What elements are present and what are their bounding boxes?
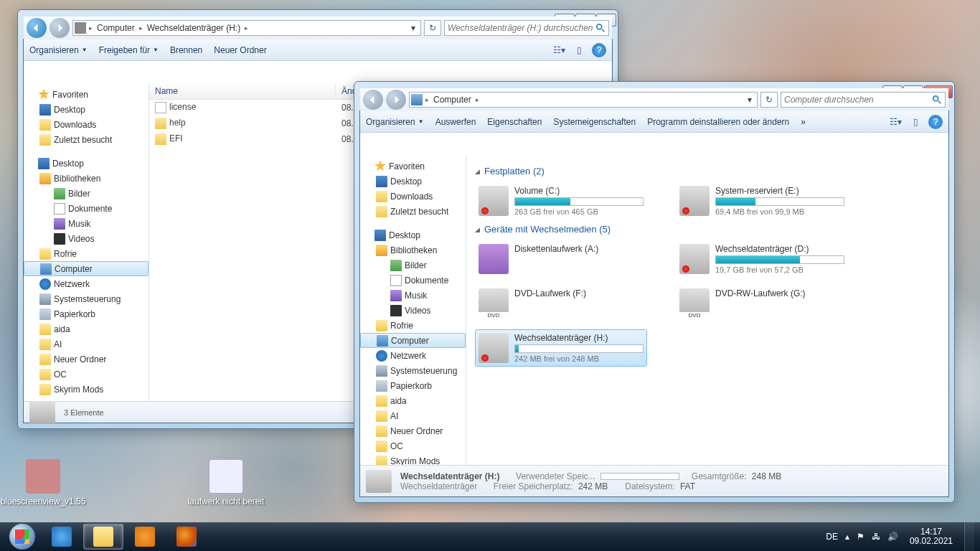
volume-icon[interactable]: 🔊 <box>887 532 898 542</box>
sidebar-item-bilder[interactable]: Bilder <box>360 258 466 273</box>
chevron-right-icon[interactable]: ▸ <box>245 24 248 32</box>
drive-item[interactable]: Volume (C:)263 GB frei von 465 GB <box>475 182 647 220</box>
navigation-pane[interactable]: FavoritenDesktopDownloadsZuletzt besucht… <box>360 156 466 465</box>
share-menu[interactable]: Freigeben für▼ <box>99 45 159 55</box>
sidebar-item-favoriten[interactable]: Favoriten <box>24 87 149 102</box>
drive-list[interactable]: ◢Festplatten (2)Volume (C:)263 GB frei v… <box>466 156 948 465</box>
sidebar-item-bibliotheken[interactable]: Bibliotheken <box>360 242 466 258</box>
eject-button[interactable]: Auswerfen <box>435 117 476 127</box>
sidebar-item-ai[interactable]: AI <box>24 336 149 352</box>
breadcrumb-computer[interactable]: Computer <box>95 23 136 33</box>
nav-back-button[interactable] <box>27 18 47 38</box>
show-desktop-button[interactable] <box>964 522 974 551</box>
sidebar-item-skyrim-mods[interactable]: Skyrim Mods <box>24 382 149 397</box>
preview-pane-button[interactable]: ▯ <box>572 43 586 57</box>
task-mediaplayer[interactable] <box>125 524 165 550</box>
refresh-button[interactable]: ↻ <box>424 20 441 36</box>
chevron-right-icon[interactable]: ▸ <box>476 96 479 103</box>
action-center-icon[interactable]: ⚑ <box>857 532 864 542</box>
sidebar-item-papierkorb[interactable]: Papierkorb <box>360 378 466 393</box>
sidebar-item-desktop[interactable]: Desktop <box>24 156 149 171</box>
start-button[interactable] <box>3 523 42 550</box>
col-name[interactable]: Name <box>149 84 336 99</box>
search-input[interactable] <box>784 95 932 105</box>
language-indicator[interactable]: DE <box>826 532 838 542</box>
address-dropdown[interactable]: ▾ <box>744 95 755 105</box>
drive-item[interactable]: Diskettenlaufwerk (A:) <box>475 240 647 278</box>
task-explorer[interactable] <box>83 524 123 550</box>
properties-button[interactable]: Eigenschaften <box>487 117 542 127</box>
sidebar-item-bibliotheken[interactable]: Bibliotheken <box>24 171 149 186</box>
drive-item[interactable]: DVD-Laufwerk (F:) <box>475 285 647 322</box>
sidebar-item-rofrie[interactable]: Rofrie <box>24 246 149 261</box>
sidebar-item-neuer-ordner[interactable]: Neuer Ordner <box>24 352 149 367</box>
task-firefox[interactable] <box>166 524 207 550</box>
task-ie[interactable] <box>42 524 82 550</box>
help-button[interactable]: ? <box>592 43 606 57</box>
sidebar-item-computer[interactable]: Computer <box>24 261 149 276</box>
refresh-button[interactable]: ↻ <box>760 92 778 108</box>
breadcrumb-h[interactable]: Wechseldatenträger (H:) <box>146 23 242 33</box>
view-menu[interactable]: ☷▾ <box>552 43 566 57</box>
organize-menu[interactable]: Organisieren▼ <box>366 117 424 127</box>
sidebar-item-aida[interactable]: aida <box>24 321 149 336</box>
drive-item[interactable]: DVD-RW-Laufwerk (G:) <box>676 285 848 322</box>
sidebar-item-musik[interactable]: Musik <box>360 288 466 303</box>
network-icon[interactable]: 🖧 <box>872 532 880 542</box>
sidebar-item-netzwerk[interactable]: Netzwerk <box>24 276 149 291</box>
sidebar-item-desktop[interactable]: Desktop <box>360 227 466 242</box>
sidebar-item-rofrie[interactable]: Rofrie <box>360 318 466 333</box>
sidebar-item-musik[interactable]: Musik <box>24 216 149 231</box>
tray-expand-icon[interactable]: ▴ <box>845 532 849 542</box>
sidebar-item-dokumente[interactable]: Dokumente <box>360 273 466 288</box>
sidebar-item-favoriten[interactable]: Favoriten <box>360 159 466 174</box>
nav-forward-button[interactable] <box>386 90 406 110</box>
sidebar-item-computer[interactable]: Computer <box>360 333 466 348</box>
nav-back-button[interactable] <box>363 90 383 110</box>
sidebar-item-downloads[interactable]: Downloads <box>360 189 466 204</box>
drive-group-header[interactable]: ◢Geräte mit Wechselmedien (5) <box>475 224 940 235</box>
sidebar-item-papierkorb[interactable]: Papierkorb <box>24 306 149 321</box>
sidebar-item-netzwerk[interactable]: Netzwerk <box>360 348 466 363</box>
taskbar[interactable]: DE ▴ ⚑ 🖧 🔊 14:17 09.02.2021 <box>0 522 980 551</box>
system-tray[interactable]: DE ▴ ⚑ 🖧 🔊 14:17 09.02.2021 <box>826 522 977 551</box>
breadcrumb-computer[interactable]: Computer <box>432 95 473 105</box>
drive-item[interactable]: System-reserviert (E:)69,4 MB frei von 9… <box>676 182 848 220</box>
sidebar-item-desktop[interactable]: Desktop <box>360 174 466 189</box>
overflow-button[interactable]: » <box>801 117 806 127</box>
nav-forward-button[interactable] <box>50 18 70 38</box>
sidebar-item-aida[interactable]: aida <box>360 393 466 408</box>
sidebar-item-dokumente[interactable]: Dokumente <box>24 201 149 216</box>
organize-menu[interactable]: Organisieren▼ <box>29 45 88 55</box>
address-bar[interactable]: ▸ Computer ▸ ▾ <box>409 92 758 108</box>
sidebar-item-zuletzt-besucht[interactable]: Zuletzt besucht <box>24 132 149 147</box>
address-bar[interactable]: ▸ Computer ▸ Wechseldatenträger (H:) ▸ ▾ <box>72 20 421 36</box>
address-dropdown[interactable]: ▾ <box>407 23 419 33</box>
sidebar-item-systemsteuerung[interactable]: Systemsteuerung <box>360 363 466 378</box>
new-folder-button[interactable]: Neuer Ordner <box>214 45 266 55</box>
view-menu[interactable]: ☷▾ <box>888 115 903 129</box>
help-button[interactable]: ? <box>928 115 943 129</box>
sidebar-item-systemsteuerung[interactable]: Systemsteuerung <box>24 291 149 306</box>
sidebar-item-videos[interactable]: Videos <box>24 231 149 246</box>
drive-group-header[interactable]: ◢Festplatten (2) <box>475 166 940 176</box>
navigation-pane[interactable]: FavoritenDesktopDownloadsZuletzt besucht… <box>24 84 149 401</box>
drive-item[interactable]: Wechseldatenträger (D:)19,7 GB frei von … <box>676 240 848 278</box>
drive-item[interactable]: Wechseldatenträger (H:)242 MB frei von 2… <box>475 329 647 367</box>
chevron-right-icon[interactable]: ▸ <box>89 24 93 32</box>
clock[interactable]: 14:17 09.02.2021 <box>905 527 957 546</box>
burn-button[interactable]: Brennen <box>170 45 202 55</box>
search-box[interactable] <box>444 20 609 36</box>
desktop-icon-laufwerk[interactable]: laufwerk nicht bereit <box>183 459 269 507</box>
sidebar-item-videos[interactable]: Videos <box>360 303 466 318</box>
desktop-icon-bluescreenview[interactable]: bluescreenview_v1.55 <box>0 459 86 507</box>
sidebar-item-ai[interactable]: AI <box>360 408 466 423</box>
search-box[interactable] <box>781 92 946 108</box>
search-input[interactable] <box>448 23 595 33</box>
sidebar-item-desktop[interactable]: Desktop <box>24 102 149 117</box>
sidebar-item-neuer-ordner[interactable]: Neuer Ordner <box>360 423 466 438</box>
sidebar-item-oc[interactable]: OC <box>360 438 466 453</box>
chevron-right-icon[interactable]: ▸ <box>139 24 143 32</box>
sidebar-item-downloads[interactable]: Downloads <box>24 117 149 132</box>
preview-pane-button[interactable]: ▯ <box>908 115 923 129</box>
